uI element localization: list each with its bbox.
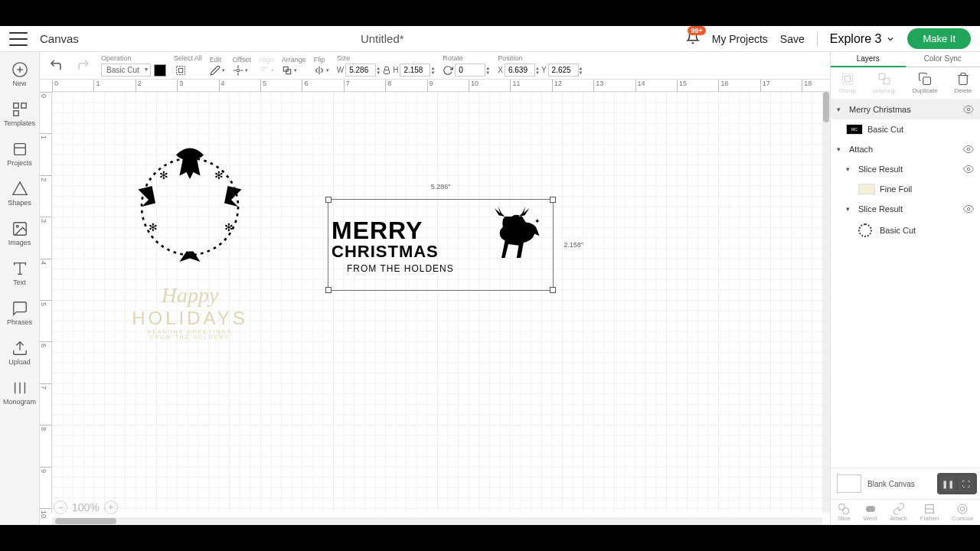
eye-icon[interactable] [963,204,974,214]
nav-monogram[interactable]: Monogram [0,377,39,409]
y-spinner[interactable]: ▲▼ [579,66,583,75]
chevron-down-icon[interactable]: ▾ [846,165,854,173]
edit-dropdown[interactable] [210,65,225,76]
lock-icon[interactable] [382,66,391,75]
resize-handle-bl[interactable] [325,287,332,293]
notifications-button[interactable]: 99+ [686,31,700,47]
layer-basic-cut-2[interactable]: Basic Cut [831,219,980,242]
svg-point-39 [967,207,970,210]
layer-attach[interactable]: ▾ Attach [831,139,980,159]
ungroup-icon [877,72,891,86]
position-label: Position [498,54,583,62]
scrollbar-horizontal[interactable] [52,517,822,525]
save-button[interactable]: Save [780,33,805,45]
expand-button[interactable]: ⛶ [959,476,974,491]
holidays-object[interactable]: Happy HOLIDAYS SEASONS GREETINGS FROM TH… [121,283,259,340]
rotate-spinner[interactable]: ▲▼ [485,66,490,75]
pause-button[interactable]: ❚❚ [940,476,956,491]
duplicate-action[interactable]: Duplicate [912,72,937,94]
rotate-input[interactable] [455,64,485,77]
flip-dropdown[interactable] [314,65,329,76]
nav-templates[interactable]: Templates [0,98,39,130]
monogram-icon [11,380,28,396]
svg-rect-32 [844,76,851,82]
canvas[interactable]: ✻ ✻ ✻ ✻ Happy HOLIDAYS SEASONS GREETINGS… [52,92,822,513]
selection-box[interactable]: 5.286" 2.158" MERRY CHRISTMAS FROM THE H… [328,199,554,291]
layer-thumb: MC [846,124,863,135]
zoom-in-button[interactable]: + [104,500,118,514]
slice-action[interactable]: Slice [837,503,850,522]
chevron-down-icon[interactable]: ▾ [846,205,854,213]
layer-merry-christmas[interactable]: ▾ Merry Christmas [831,99,980,119]
weld-action[interactable]: Weld [864,503,877,522]
machine-label: Explore 3 [830,32,882,46]
rotate-icon[interactable] [443,65,453,76]
resize-handle-tr[interactable] [550,197,556,203]
chevron-down-icon[interactable]: ▾ [837,106,844,113]
x-spinner[interactable]: ▲▼ [535,66,540,75]
merry-line3: FROM THE HOLDENS [347,263,481,274]
flatten-icon [923,503,936,515]
offset-dropdown[interactable] [233,65,251,76]
menu-button[interactable] [9,32,28,46]
height-input[interactable] [400,64,430,77]
operation-select[interactable]: Basic Cut [101,64,151,77]
size-label: Size [337,54,436,62]
scrollbar-vertical[interactable] [822,92,830,513]
eye-icon[interactable] [963,144,974,155]
nav-images-label: Images [8,239,31,246]
color-swatch[interactable] [154,64,166,77]
nav-phrases-label: Phrases [7,318,32,326]
machine-selector[interactable]: Explore 3 [830,32,896,46]
divider [817,31,818,47]
layer-slice-result-2[interactable]: ▾ Slice Result [831,199,980,219]
nav-projects[interactable]: Projects [0,138,39,170]
y-input[interactable] [548,64,579,77]
nav-phrases[interactable]: Phrases [0,297,39,329]
select-all-button[interactable] [174,64,188,77]
attach-action[interactable]: Attach [890,503,907,522]
nav-new-label: New [12,80,26,87]
width-spinner[interactable]: ▲▼ [376,66,381,75]
layer-fine-foil[interactable]: Fine Foil [831,179,980,199]
contour-action[interactable]: Contour [952,503,973,522]
zoom-out-button[interactable]: − [54,500,67,514]
svg-point-41 [843,508,849,514]
select-all-label: Select All [174,54,202,62]
eye-icon[interactable] [963,164,974,174]
svg-text:✻: ✻ [214,169,224,181]
attach-icon [893,503,905,515]
tab-layers[interactable]: Layers [831,52,906,67]
layer-slice-result-1[interactable]: ▾ Slice Result [831,159,980,179]
redo-button[interactable] [74,55,93,77]
chevron-down-icon[interactable]: ▾ [837,145,844,153]
x-input[interactable] [505,64,535,77]
undo-button[interactable] [46,55,66,77]
flatten-action[interactable]: Flatten [920,503,939,522]
nav-templates-label: Templates [4,119,35,127]
tab-colorsync[interactable]: Color Sync [906,52,981,67]
nav-shapes[interactable]: Shapes [0,178,39,210]
merry-christmas-object[interactable]: MERRY CHRISTMAS FROM THE HOLDENS ✦ [328,200,553,290]
nav-new[interactable]: New [0,58,39,90]
svg-point-43 [869,506,875,512]
wreath-object[interactable]: ✻ ✻ ✻ ✻ [121,138,259,276]
resize-handle-tl[interactable] [325,197,332,203]
nav-upload[interactable]: Upload [0,337,39,369]
resize-handle-br[interactable] [550,287,556,293]
arrange-dropdown[interactable] [282,65,306,76]
svg-rect-31 [842,73,853,84]
my-projects-link[interactable]: My Projects [712,33,768,45]
height-spinner[interactable]: ▲▼ [430,66,435,75]
redo-icon [77,58,90,72]
nav-text[interactable]: Text [0,257,39,289]
nav-images[interactable]: Images [0,217,39,249]
eye-icon[interactable] [963,104,974,115]
svg-point-37 [967,148,970,151]
svg-point-19 [237,69,240,72]
w-label: W [337,66,344,74]
make-it-button[interactable]: Make It [907,28,971,49]
layer-basic-cut-1[interactable]: MC Basic Cut [831,119,980,139]
delete-action[interactable]: Delete [954,72,972,94]
width-input[interactable] [345,64,376,77]
